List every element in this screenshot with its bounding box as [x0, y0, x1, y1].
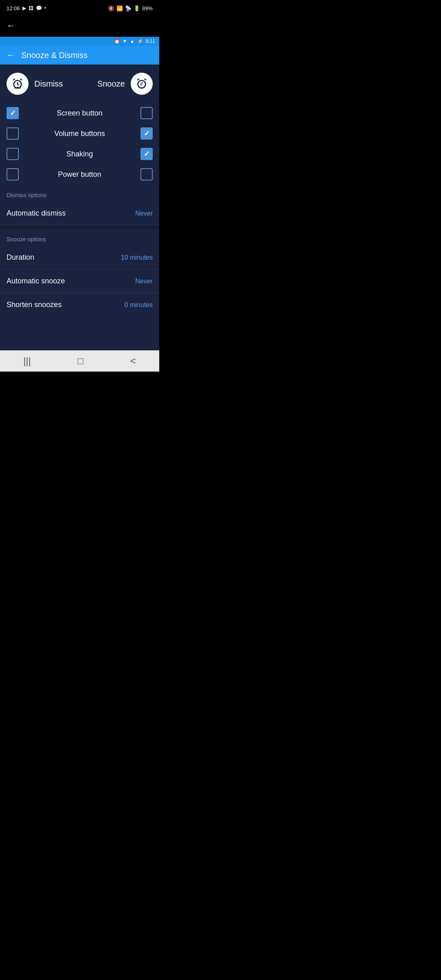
- header-back-button[interactable]: ←: [7, 50, 16, 60]
- snooze-alarm-icon: Z Z: [131, 73, 153, 95]
- back-button[interactable]: <: [130, 355, 136, 367]
- battery-status-icon: ⚡: [137, 38, 143, 44]
- shorten-snoozes-row[interactable]: Shorten snoozes 0 minutes: [0, 293, 159, 316]
- shaking-snooze-checkbox[interactable]: [140, 148, 153, 160]
- automatic-snooze-value: Never: [135, 278, 153, 285]
- automatic-dismiss-label: Automatic dismiss: [7, 209, 66, 218]
- page-title: Snooze & Dismiss: [21, 51, 87, 60]
- dismiss-snooze-header: Dismiss Snooze Z Z: [0, 65, 159, 103]
- image-icon: 🖼: [29, 5, 33, 11]
- duration-row[interactable]: Duration 10 minutes: [0, 246, 159, 270]
- shaking-dismiss-checkbox[interactable]: [7, 148, 19, 160]
- volume-buttons-snooze-checkbox[interactable]: [140, 127, 153, 140]
- wifi-status-icon: ▼: [122, 38, 127, 44]
- alarm-status-icon: ⏰: [114, 38, 120, 44]
- inner-status-bar: ⏰ ▼ ▲ ⚡ 8:11: [0, 37, 159, 46]
- mute-icon: 🔇: [108, 5, 114, 11]
- time-display: 12:06: [7, 5, 20, 11]
- status-bar-left: 12:06 ▶ 🖼 💬 •: [7, 5, 46, 11]
- power-button-snooze-checkbox[interactable]: [140, 168, 153, 180]
- snooze-label: Snooze: [97, 79, 125, 89]
- recent-apps-button[interactable]: |||: [23, 355, 31, 367]
- navigation-bar: ||| □ <: [0, 350, 159, 372]
- shorten-snoozes-value: 0 minutes: [125, 301, 153, 309]
- automatic-dismiss-value: Never: [135, 210, 153, 217]
- dismiss-group: Dismiss: [7, 73, 63, 95]
- duration-value: 10 minutes: [121, 254, 153, 261]
- dismiss-label: Dismiss: [34, 79, 63, 89]
- blue-header: ← Snooze & Dismiss: [0, 46, 159, 65]
- svg-text:Z: Z: [141, 82, 143, 85]
- signal-status-icon: ▲: [130, 38, 135, 44]
- screen-button-dismiss-checkbox[interactable]: [7, 107, 19, 119]
- screen-button-label: Screen button: [19, 109, 140, 118]
- black-back-row: ←: [0, 16, 159, 37]
- automatic-snooze-label: Automatic snooze: [7, 277, 65, 285]
- status-bar: 12:06 ▶ 🖼 💬 • 🔇 📶 📡 🔋 89%: [0, 0, 159, 16]
- automatic-snooze-row[interactable]: Automatic snooze Never: [0, 270, 159, 293]
- inner-time: 8:11: [146, 38, 155, 44]
- dot-icon: •: [45, 5, 46, 11]
- screen-button-snooze-checkbox[interactable]: [140, 107, 153, 119]
- dismiss-options-header: Dismiss options: [0, 185, 159, 202]
- message-icon: 💬: [36, 5, 42, 11]
- battery-percent: 89%: [142, 5, 153, 11]
- power-button-label: Power button: [19, 170, 140, 179]
- signal-icon: 📡: [125, 5, 131, 11]
- volume-buttons-dismiss-checkbox[interactable]: [7, 127, 19, 140]
- shaking-row: Shaking: [0, 144, 159, 164]
- battery-icon: 🔋: [134, 5, 140, 11]
- section-divider: [0, 225, 159, 229]
- main-content: Dismiss Snooze Z Z Screen button Volume …: [0, 65, 159, 350]
- volume-buttons-label: Volume buttons: [19, 129, 140, 138]
- shorten-snoozes-label: Shorten snoozes: [7, 301, 62, 309]
- duration-label: Duration: [7, 253, 34, 262]
- system-back-arrow[interactable]: ←: [7, 20, 16, 31]
- status-bar-right: 🔇 📶 📡 🔋 89%: [108, 5, 153, 11]
- home-button[interactable]: □: [78, 355, 84, 367]
- dismiss-alarm-icon: [7, 73, 29, 95]
- power-button-row: Power button: [0, 164, 159, 185]
- power-button-dismiss-checkbox[interactable]: [7, 168, 19, 180]
- youtube-icon: ▶: [22, 5, 26, 11]
- snooze-options-header: Snooze options: [0, 229, 159, 246]
- automatic-dismiss-row[interactable]: Automatic dismiss Never: [0, 202, 159, 225]
- screen-button-row: Screen button: [0, 103, 159, 123]
- volume-buttons-row: Volume buttons: [0, 123, 159, 144]
- shaking-label: Shaking: [19, 150, 140, 158]
- snooze-group: Snooze Z Z: [97, 73, 153, 95]
- wifi-icon: 📶: [116, 5, 123, 11]
